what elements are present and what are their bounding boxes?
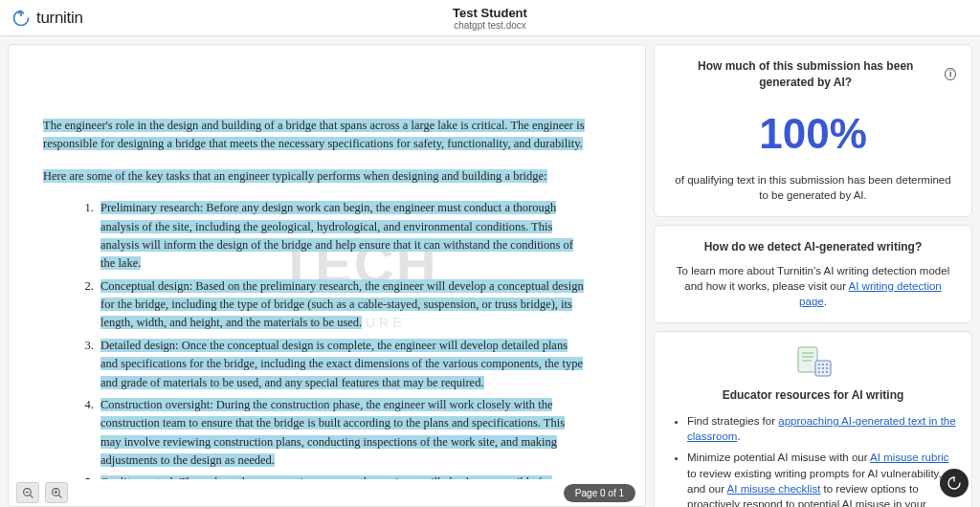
svg-point-12	[818, 364, 820, 365]
resource-link[interactable]: AI misuse checklist	[727, 483, 821, 495]
resources-card: Educator resources for AI writing Find s…	[654, 331, 972, 507]
resource-link[interactable]: AI misuse rubric	[870, 452, 948, 463]
svg-point-13	[822, 364, 824, 365]
info-icon[interactable]: i	[945, 68, 956, 80]
page-indicator: Page 0 of 1	[564, 484, 635, 502]
list-item: Detailed design: Once the conceptual des…	[97, 337, 588, 392]
svg-rect-7	[798, 347, 817, 372]
svg-point-19	[822, 371, 824, 373]
app-header: turnitin Test Student chatgpt test.docx	[0, 0, 980, 36]
list-item: Minimize potential AI misuse with our AI…	[687, 450, 956, 507]
ai-card-title: How much of this submission has been gen…	[670, 58, 956, 91]
ai-card-sub: of qualifying text in this submission ha…	[670, 172, 956, 203]
file-name: chatgpt test.docx	[453, 20, 527, 31]
doc-intro: The engineer's role in the design and bu…	[43, 119, 585, 150]
header-title-block: Test Student chatgpt test.docx	[453, 6, 527, 31]
zoom-in-button[interactable]	[45, 482, 68, 503]
brand-logo: turnitin	[0, 9, 83, 28]
svg-point-14	[826, 364, 828, 365]
help-fab[interactable]	[940, 469, 969, 497]
svg-line-1	[30, 495, 33, 497]
svg-point-17	[826, 367, 828, 369]
zoom-in-icon	[51, 487, 63, 499]
list-item: Preliminary research: Before any design …	[97, 199, 588, 274]
resources-title: Educator resources for AI writing	[670, 387, 956, 404]
task-list: Preliminary research: Before any design …	[43, 199, 588, 479]
document-panel: TECH YOUR VISION OUR FUTURE The engineer…	[8, 44, 646, 507]
turnitin-fab-icon	[947, 475, 962, 491]
zoom-out-button[interactable]	[16, 482, 39, 503]
svg-line-4	[58, 495, 61, 497]
list-item: Find strategies for approaching AI-gener…	[687, 413, 956, 444]
resources-icon	[670, 345, 956, 380]
ai-percentage-card: How much of this submission has been gen…	[654, 44, 972, 217]
resources-list: Find strategies for approaching AI-gener…	[670, 413, 956, 507]
detection-body: To learn more about Turnitin's AI writin…	[670, 263, 956, 309]
turnitin-icon	[11, 9, 31, 28]
detection-card: How do we detect AI-generated writing? T…	[654, 225, 972, 323]
detection-title: How do we detect AI-generated writing?	[704, 239, 923, 255]
ai-percentage-value: 100%	[670, 104, 956, 164]
svg-point-16	[822, 367, 824, 369]
svg-point-18	[818, 371, 820, 373]
brand-text: turnitin	[36, 9, 83, 28]
side-panel: How much of this submission has been gen…	[654, 44, 972, 507]
zoom-out-icon	[22, 487, 34, 499]
doc-leadin: Here are some of the key tasks that an e…	[43, 169, 547, 183]
list-item: Construction oversight: During the const…	[97, 396, 588, 471]
svg-point-15	[818, 367, 820, 369]
svg-point-20	[826, 371, 828, 373]
list-item: Conceptual design: Based on the prelimin…	[97, 277, 588, 333]
document-page: The engineer's role in the design and bu…	[9, 45, 645, 479]
document-footer: Page 0 of 1	[9, 479, 645, 506]
student-name: Test Student	[453, 6, 527, 20]
document-viewport[interactable]: TECH YOUR VISION OUR FUTURE The engineer…	[9, 45, 645, 479]
